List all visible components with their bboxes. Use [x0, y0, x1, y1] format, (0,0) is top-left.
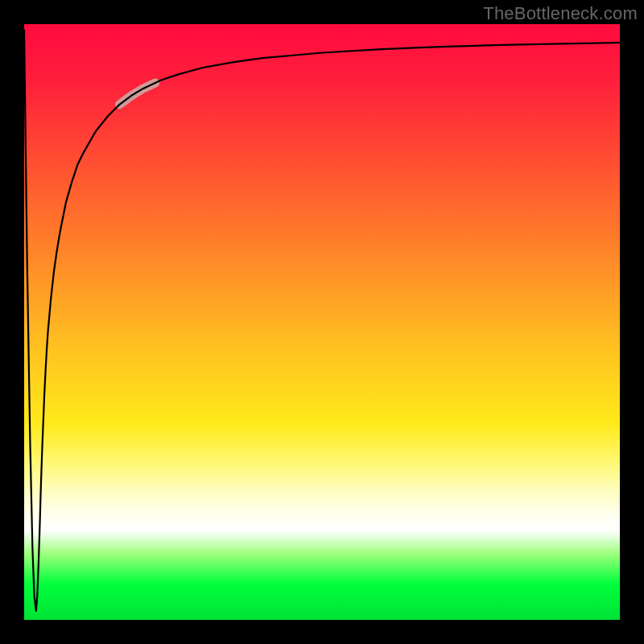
watermark-label: TheBottleneck.com — [483, 3, 638, 24]
curve-layer — [24, 24, 620, 620]
chart-canvas: TheBottleneck.com — [0, 0, 644, 644]
bottleneck-curve — [24, 30, 620, 611]
plot-area — [24, 24, 620, 620]
